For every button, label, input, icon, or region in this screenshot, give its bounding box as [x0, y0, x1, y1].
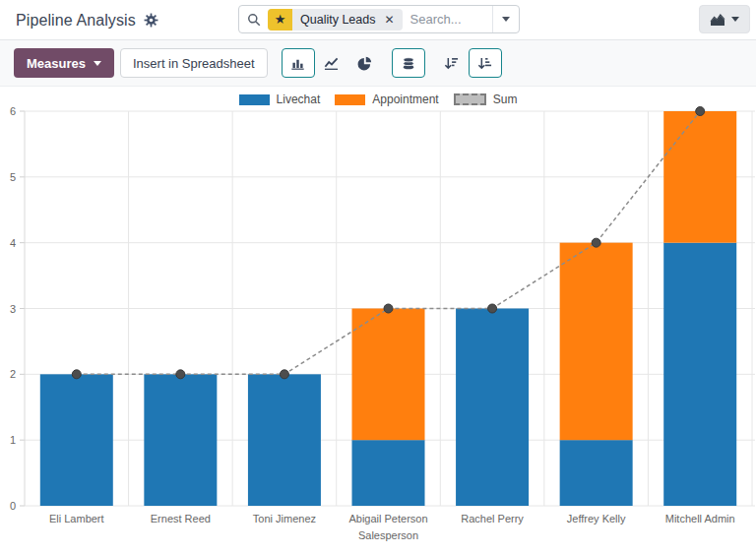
top-bar: Pipeline Analysis	[0, 0, 756, 40]
sort-descending-button[interactable]	[435, 48, 469, 78]
stacked-icon	[402, 56, 415, 71]
pipeline-chart: 0123456Eli LambertErnest ReedToni Jimene…	[0, 87, 756, 555]
x-tick-label: Eli Lambert	[49, 513, 104, 524]
line-chart-button[interactable]	[315, 48, 348, 78]
pie-chart-icon	[357, 56, 372, 71]
sort-descending-icon	[444, 56, 459, 71]
x-axis-title: Salesperson	[358, 529, 418, 541]
bar-segment-livechat	[40, 374, 113, 506]
x-tick-label: Rachel Perry	[461, 513, 524, 524]
control-panel: Measures Insert in Spreadsheet	[0, 40, 756, 87]
chevron-down-icon	[731, 17, 739, 22]
pie-chart-button[interactable]	[348, 48, 382, 78]
facet-label: Quality Leads	[292, 13, 382, 27]
bar-chart-button[interactable]	[282, 48, 315, 78]
x-tick-label: Jeffrey Kelly	[567, 513, 626, 524]
x-tick-label: Abigail Peterson	[348, 513, 427, 524]
page-title: Pipeline Analysis	[16, 12, 136, 30]
sum-point	[176, 370, 185, 379]
bar-segment-appointment	[560, 243, 633, 441]
bar-segment-livechat	[560, 440, 633, 506]
measures-button[interactable]: Measures	[14, 48, 114, 78]
graph-view: LivechatAppointmentSum 0123456Eli Lamber…	[0, 87, 756, 555]
chevron-down-icon	[502, 17, 510, 22]
legend-item[interactable]: Livechat	[239, 92, 321, 106]
sum-point	[592, 238, 600, 247]
search-dropdown-toggle[interactable]	[492, 6, 519, 32]
sum-point	[280, 370, 288, 379]
chart-legend: LivechatAppointmentSum	[0, 92, 756, 106]
gear-icon[interactable]	[144, 13, 158, 28]
bar-segment-livechat	[663, 243, 736, 506]
area-chart-icon	[710, 13, 725, 27]
legend-item[interactable]: Appointment	[335, 92, 438, 106]
bar-segment-appointment	[352, 309, 425, 441]
sum-point	[72, 370, 81, 379]
x-tick-label: Ernest Reed	[151, 513, 211, 524]
sum-point	[696, 107, 705, 116]
bar-segment-appointment	[663, 111, 736, 243]
star-icon: ★	[268, 9, 292, 31]
sort-group	[435, 48, 502, 78]
sort-ascending-icon	[477, 56, 492, 71]
y-tick-label: 4	[10, 237, 16, 249]
y-tick-label: 1	[10, 434, 16, 446]
bar-segment-livechat	[456, 309, 529, 507]
line-chart-icon	[324, 56, 339, 71]
sum-point	[384, 304, 393, 313]
sort-ascending-button[interactable]	[469, 48, 502, 78]
y-tick-label: 6	[10, 105, 16, 117]
stacked-toggle-button[interactable]	[392, 48, 425, 78]
search-input[interactable]	[403, 6, 493, 32]
legend-swatch	[239, 94, 270, 105]
view-switcher-button[interactable]	[699, 5, 750, 33]
x-tick-label: Mitchell Admin	[665, 513, 735, 524]
bar-segment-livechat	[144, 374, 217, 506]
y-tick-label: 0	[10, 500, 16, 512]
legend-swatch-dashed	[454, 93, 486, 105]
legend-swatch	[335, 94, 365, 105]
x-tick-label: Toni Jimenez	[253, 513, 316, 524]
chevron-down-icon	[94, 61, 101, 66]
legend-label: Livechat	[277, 92, 321, 106]
search-facet: ★ Quality Leads ✕	[268, 9, 403, 31]
search-icon	[247, 13, 261, 27]
sum-point	[488, 304, 497, 313]
legend-label: Appointment	[372, 92, 438, 106]
chart-type-group	[282, 48, 382, 78]
insert-in-spreadsheet-button[interactable]: Insert in Spreadsheet	[120, 48, 268, 78]
close-icon[interactable]: ✕	[382, 14, 402, 26]
legend-item[interactable]: Sum	[454, 92, 518, 106]
breadcrumb: Pipeline Analysis	[16, 0, 158, 40]
search-bar: ★ Quality Leads ✕	[238, 5, 520, 33]
bar-segment-livechat	[352, 440, 425, 506]
y-tick-label: 3	[10, 303, 16, 315]
legend-label: Sum	[493, 92, 518, 106]
y-tick-label: 2	[10, 368, 16, 380]
bar-chart-icon	[290, 56, 305, 71]
measures-label: Measures	[27, 56, 86, 71]
y-tick-label: 5	[10, 171, 16, 183]
bar-segment-livechat	[248, 374, 321, 506]
